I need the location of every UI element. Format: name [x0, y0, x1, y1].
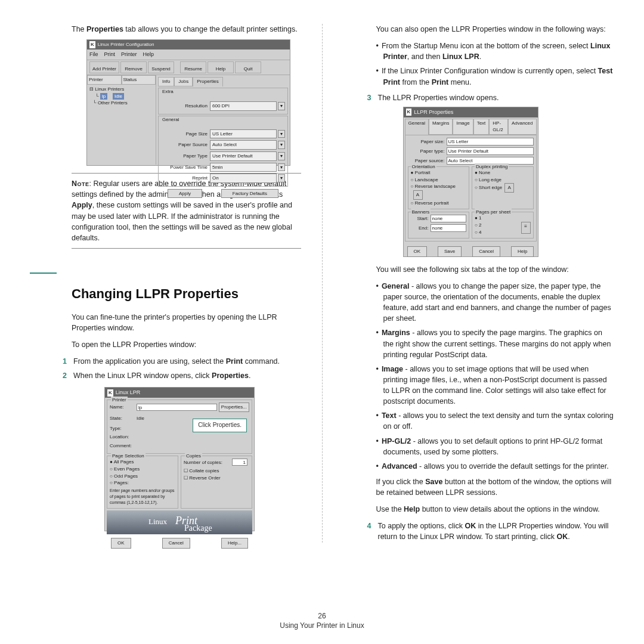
alt-bullet-2: If the Linux Printer Configuration windo…	[376, 66, 615, 87]
help-note: Use the Help button to view details abou…	[376, 504, 615, 515]
page-footer: 26 Using Your Printer in Linux	[0, 612, 644, 630]
tab-desc-hpgl: HP-GL/2 - allows you to set default opti…	[376, 436, 615, 457]
fig1-title: Linux Printer Configuration	[98, 41, 154, 48]
section-heading: Changing LLPR Properties	[72, 284, 301, 304]
step-3: The LLPR Properties window opens.	[378, 92, 499, 103]
body-p1: You can fine-tune the printer's properti…	[72, 312, 301, 333]
column-divider	[322, 24, 323, 543]
right-intro: You can also open the LLPR Properties wi…	[376, 24, 615, 35]
left-intro: The Properties tab allows you to change …	[72, 24, 301, 35]
tab-desc-margins: Margins - allows you to specify the page…	[376, 327, 615, 360]
fig-linux-lpr: Linux LPR Printer Name:lpProperties... S…	[104, 387, 255, 531]
fig-linux-printer-config: Linux Printer Configuration FilePrintPri…	[86, 39, 290, 166]
step-1: From the application you are using, sele…	[73, 356, 301, 367]
fig1-toolbar: Add PrinterRemoveSuspend ResumeHelpQuit	[87, 60, 290, 76]
fig-llpr-properties: LLPR Properties GeneralMarginsImageTextH…	[403, 107, 538, 257]
tab-desc-general: General - allows you to change the paper…	[376, 281, 615, 324]
alt-bullet-1: From the Startup Menu icon at the bottom…	[376, 41, 615, 62]
tab-desc-image: Image - allows you to set image options …	[376, 364, 615, 407]
save-note: If you click the Save button at the bott…	[376, 476, 615, 498]
tab-desc-text: Text - allows you to select the text den…	[376, 410, 615, 432]
body-p2: To open the LLPR Properties window:	[72, 339, 301, 350]
tab-desc-advanced: Advanced - allows you to override the de…	[376, 461, 615, 472]
tabs-intro: You will see the following six tabs at t…	[376, 264, 615, 275]
section-rule	[30, 273, 57, 276]
fig1-menubar: FilePrintPrinterHelp	[87, 49, 290, 60]
note-label: Note	[72, 179, 89, 188]
step-2: When the Linux LPR window opens, click P…	[73, 370, 301, 381]
step-4: To apply the options, click OK in the LL…	[378, 521, 615, 542]
fig2-callout: Click Properties.	[193, 419, 247, 432]
